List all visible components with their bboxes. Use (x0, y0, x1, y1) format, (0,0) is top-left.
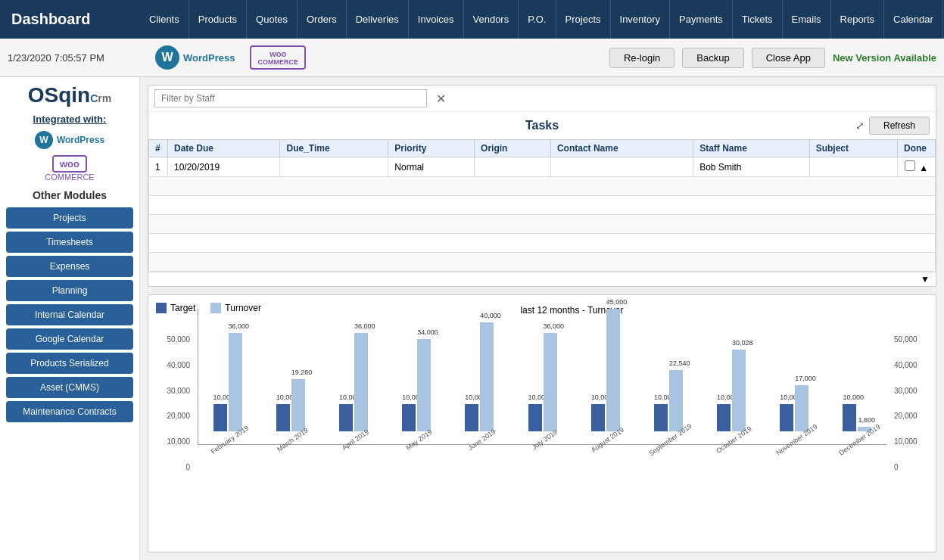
chart-panel: Target Turnover last 12 months - Turnove… (148, 294, 936, 552)
bar-target[interactable]: 10,000 (465, 404, 478, 431)
relogin-button[interactable]: Re-login (609, 48, 675, 68)
row-done[interactable]: ▲ (898, 157, 936, 177)
nav-calendar[interactable]: Calendar (884, 0, 943, 39)
row-priority: Normal (388, 157, 475, 177)
sidebar: OSqinCrm Integrated with: W WordPress wo… (0, 77, 140, 560)
bar-target[interactable]: 10,000 (213, 404, 227, 431)
second-row: 1/23/2020 7:05:57 PM W WordPress woo COM… (0, 39, 944, 77)
filter-by-staff-input[interactable] (154, 89, 427, 107)
bar-group: 10,00036,000February 2019 (198, 333, 257, 444)
clear-filter-button[interactable]: ✕ (433, 92, 449, 106)
woo-bottom: COMMERCE (257, 58, 298, 66)
y-axis-right-label: 20,000 (894, 412, 928, 420)
bar-group: 10,00036,000July 2019 (513, 333, 572, 444)
col-date-due: Date Due (168, 140, 280, 157)
sidebar-btn-asset-cmms[interactable]: Asset (CMMS) (6, 377, 133, 398)
bar-group: 10,00034,000May 2019 (388, 339, 446, 444)
bar-turnover[interactable]: 17,000 (795, 385, 808, 431)
nav-vendors[interactable]: Vendors (464, 0, 519, 39)
woo-top: woo (257, 49, 298, 58)
nav-invoices[interactable]: Invoices (409, 0, 464, 39)
bar-target-label: 10,000 (717, 394, 731, 401)
nav-payments[interactable]: Payments (670, 0, 733, 39)
sidebar-btn-planning[interactable]: Planning (6, 280, 133, 301)
bar-group: 10,00030,028October 2019 (703, 350, 761, 444)
close-app-button[interactable]: Close App (752, 48, 825, 68)
wp-icon: W (155, 45, 179, 70)
nav-emails[interactable]: Emails (783, 0, 831, 39)
done-checkbox[interactable] (905, 160, 915, 171)
nav-deliveries[interactable]: Deliveries (347, 0, 409, 39)
table-row (149, 177, 936, 196)
bar-target[interactable]: 10,000 (654, 404, 668, 431)
tasks-table-header: # Date Due Due_Time Priority Origin Cont… (149, 140, 936, 157)
expand-icon[interactable]: ⤢ (855, 120, 865, 132)
bar-target[interactable]: 10,000 (339, 404, 353, 431)
bar-turnover[interactable]: 36,000 (544, 333, 557, 431)
legend-target: Target (156, 303, 195, 313)
woocommerce-logo: woo COMMERCE (250, 45, 306, 70)
bar-turnover[interactable]: 19,260 (291, 379, 305, 431)
table-row (149, 253, 936, 272)
sidebar-btn-google-calendar[interactable]: Google Calendar (6, 328, 133, 350)
bar-turnover[interactable]: 36,000 (229, 333, 242, 431)
col-subject: Subject (809, 140, 897, 157)
row-date-due: 10/20/2019 (168, 157, 280, 177)
nav-clients[interactable]: Clients (140, 0, 189, 39)
sidebar-btn-projects[interactable]: Projects (6, 207, 133, 229)
y-axis-label: 0 (156, 463, 190, 471)
bar-target[interactable]: 10,000 (780, 404, 793, 431)
y-axis-right-label: 40,000 (894, 361, 928, 369)
bar-turnover[interactable]: 34,000 (417, 339, 431, 431)
sidebar-commerce-label: COMMERCE (6, 173, 133, 182)
bar-turnover[interactable]: 30,028 (732, 350, 746, 431)
backup-button[interactable]: Backup (682, 48, 743, 68)
table-scroll-down[interactable]: ▼ (148, 272, 936, 286)
y-axis-left: 010,00020,00030,00040,00050,000 (156, 335, 194, 471)
nav-inventory[interactable]: Inventory (611, 0, 670, 39)
row-contact-name (550, 157, 693, 177)
nav-orders[interactable]: Orders (298, 0, 347, 39)
dashboard-title: Dashboard (0, 0, 140, 39)
bar-target[interactable]: 10,000 (528, 404, 542, 431)
bar-target[interactable]: 10,000 (276, 404, 290, 431)
top-navigation: Dashboard Clients Products Quotes Orders… (0, 0, 944, 39)
table-row: 1 10/20/2019 Normal Bob Smith ▲ (149, 157, 936, 177)
nav-tickets[interactable]: Tickets (733, 0, 783, 39)
y-axis-label: 40,000 (156, 361, 190, 369)
new-version-notice: New Version Available (833, 52, 936, 64)
nav-reports[interactable]: Reports (831, 0, 885, 39)
col-staff-name: Staff Name (693, 140, 810, 157)
bar-turnover[interactable]: 22,540 (669, 370, 683, 431)
bar-target[interactable]: 10,000 (591, 404, 605, 431)
osqin-logo-text: OSqinCrm (6, 85, 133, 106)
col-contact-name: Contact Name (550, 140, 693, 157)
nav-quotes[interactable]: Quotes (247, 0, 298, 39)
nav-products[interactable]: Products (189, 0, 247, 39)
bar-group: 10,00022,540September 2019 (639, 370, 697, 444)
row-collapse-icon[interactable]: ▲ (919, 163, 928, 173)
nav-projects[interactable]: Projects (556, 0, 611, 39)
bar-turnover[interactable]: 40,000 (480, 322, 494, 431)
wordpress-logo: W WordPress (155, 45, 235, 70)
col-origin: Origin (475, 140, 551, 157)
nav-po[interactable]: P.O. (519, 0, 556, 39)
sidebar-wp-label: WordPress (57, 135, 104, 145)
sidebar-btn-internal-calendar[interactable]: Internal Calendar (6, 304, 133, 325)
refresh-button[interactable]: Refresh (869, 117, 930, 135)
bar-turnover[interactable]: 45,000 (606, 309, 620, 431)
bar-turnover-label: 34,000 (417, 328, 431, 336)
sidebar-btn-maintenance-contracts[interactable]: Maintenance Contracts (6, 401, 133, 422)
bar-target[interactable]: 10,000 (402, 404, 416, 431)
sidebar-btn-expenses[interactable]: Expenses (6, 256, 133, 277)
sidebar-wp-icon: W (35, 131, 53, 149)
row-due-time (280, 157, 388, 177)
bar-target[interactable]: 10,000 (843, 404, 856, 431)
bar-target[interactable]: 10,000 (717, 404, 731, 431)
nav-items: Clients Products Quotes Orders Deliverie… (140, 0, 944, 39)
sidebar-btn-products-serialized[interactable]: Products Serialized (6, 353, 133, 374)
y-axis-right-label: 10,000 (894, 437, 928, 446)
sidebar-btn-timesheets[interactable]: Timesheets (6, 232, 133, 253)
bar-group: 10,0001,600December 2019 (828, 404, 886, 444)
bar-turnover[interactable]: 36,000 (354, 333, 368, 431)
